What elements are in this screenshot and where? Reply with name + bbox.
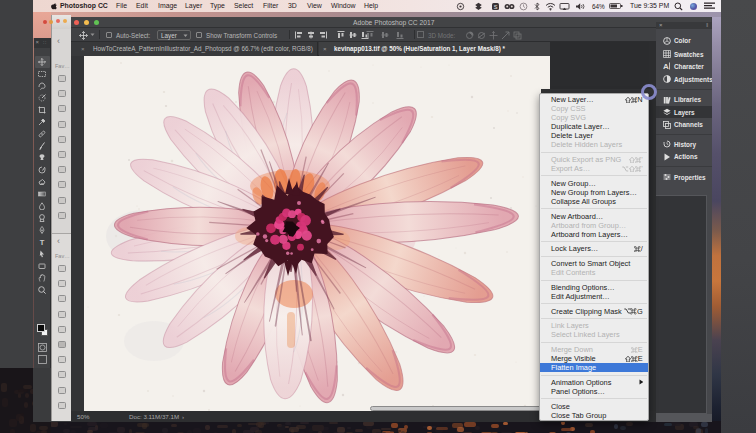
svg-text:S: S (494, 3, 498, 9)
svg-text:A: A (663, 62, 669, 70)
